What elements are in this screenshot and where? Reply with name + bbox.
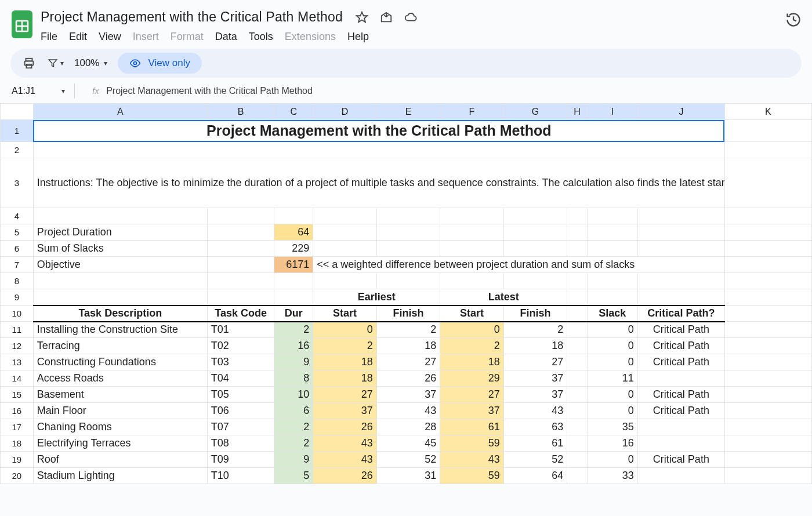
cell[interactable] (724, 224, 811, 241)
cell[interactable] (724, 338, 811, 354)
row-7[interactable]: 7 (1, 257, 34, 273)
col-I[interactable]: I (587, 104, 637, 120)
row-8[interactable]: 8 (1, 273, 34, 289)
cell[interactable] (33, 289, 207, 306)
cell[interactable] (503, 273, 567, 289)
cell[interactable]: 61 (503, 435, 567, 452)
col-J[interactable]: J (637, 104, 724, 120)
cell[interactable]: 43 (376, 403, 440, 419)
cell[interactable]: 35 (587, 419, 637, 435)
cell[interactable]: Access Roads (33, 370, 207, 387)
move-icon[interactable] (380, 11, 393, 24)
cell[interactable]: 31 (376, 468, 440, 484)
cell[interactable] (637, 468, 724, 484)
cell[interactable]: 0 (587, 338, 637, 354)
cell[interactable] (567, 468, 587, 484)
cell[interactable] (637, 241, 724, 257)
cell[interactable] (440, 273, 503, 289)
cell[interactable]: T01 (207, 322, 274, 338)
cell[interactable] (587, 208, 637, 224)
cell[interactable] (724, 208, 811, 224)
row-1[interactable]: 1 (1, 120, 34, 142)
sheets-logo[interactable] (10, 9, 34, 39)
cell[interactable]: 29 (440, 370, 503, 387)
cell[interactable] (503, 208, 567, 224)
cell[interactable]: Constructing Foundations (33, 354, 207, 370)
cell[interactable] (567, 338, 587, 354)
cell[interactable]: T09 (207, 452, 274, 468)
cell[interactable]: 2 (503, 322, 567, 338)
cell[interactable] (207, 289, 274, 306)
cell[interactable]: Terracing (33, 338, 207, 354)
name-box[interactable]: A1:J1 ▾ (10, 83, 68, 99)
cell[interactable] (33, 208, 207, 224)
row-5[interactable]: 5 (1, 224, 34, 241)
cell[interactable]: Critical Path (637, 452, 724, 468)
cell[interactable]: Main Floor (33, 403, 207, 419)
cell[interactable] (724, 257, 811, 273)
row-3[interactable]: 3 (1, 158, 34, 208)
doc-title[interactable]: Project Management with the Critical Pat… (41, 9, 343, 25)
cell[interactable] (567, 452, 587, 468)
cell[interactable]: 43 (313, 435, 376, 452)
cloud-status-icon[interactable] (404, 11, 417, 24)
cell[interactable]: 16 (274, 338, 313, 354)
row-13[interactable]: 13 (1, 354, 34, 370)
cell[interactable]: T08 (207, 435, 274, 452)
cell[interactable]: 0 (587, 452, 637, 468)
cell[interactable]: 18 (440, 354, 503, 370)
cell[interactable]: 9 (274, 354, 313, 370)
hdr-earliest-start[interactable]: Start (313, 306, 376, 322)
cell[interactable]: 37 (313, 403, 376, 419)
cell[interactable]: 0 (587, 403, 637, 419)
hdr-latest-finish[interactable]: Finish (503, 306, 567, 322)
cell[interactable] (637, 273, 724, 289)
cell[interactable]: 52 (503, 452, 567, 468)
cell[interactable]: 2 (274, 419, 313, 435)
cell[interactable] (503, 241, 567, 257)
row-10[interactable]: 10 (1, 306, 34, 322)
col-A[interactable]: A (33, 104, 207, 120)
col-F[interactable]: F (440, 104, 503, 120)
cell[interactable] (567, 354, 587, 370)
col-K[interactable]: K (724, 104, 811, 120)
cell[interactable] (313, 224, 376, 241)
cell[interactable]: 59 (440, 468, 503, 484)
cell[interactable]: 28 (376, 419, 440, 435)
cell[interactable] (637, 208, 724, 224)
cell[interactable]: 6 (274, 403, 313, 419)
cell-group-earliest[interactable]: Earliest (313, 289, 440, 306)
cell-title[interactable]: Project Management with the Critical Pat… (33, 120, 724, 142)
spreadsheet-grid[interactable]: A B C D E F G H I J K 1 Project Manageme… (0, 103, 812, 484)
cell[interactable]: 45 (376, 435, 440, 452)
cell[interactable] (376, 241, 440, 257)
cell[interactable] (567, 306, 587, 322)
cell[interactable]: 0 (587, 322, 637, 338)
cell[interactable]: Critical Path (637, 403, 724, 419)
row-12[interactable]: 12 (1, 338, 34, 354)
cell[interactable]: 52 (376, 452, 440, 468)
cell[interactable]: 43 (313, 452, 376, 468)
zoom-selector[interactable]: 100% ▾ (74, 57, 107, 69)
cell[interactable]: 37 (503, 387, 567, 403)
cell[interactable]: 37 (376, 387, 440, 403)
cell[interactable] (567, 419, 587, 435)
cell[interactable] (33, 273, 207, 289)
cell[interactable] (207, 241, 274, 257)
cell[interactable]: 2 (313, 338, 376, 354)
cell[interactable]: Stadium Lighting (33, 468, 207, 484)
cell[interactable] (637, 224, 724, 241)
view-only-chip[interactable]: View only (118, 53, 201, 74)
cell[interactable] (440, 224, 503, 241)
row-4[interactable]: 4 (1, 208, 34, 224)
cell[interactable] (724, 468, 811, 484)
cell[interactable]: 43 (440, 452, 503, 468)
cell[interactable] (587, 289, 637, 306)
cell[interactable]: 10 (274, 387, 313, 403)
hdr-slack[interactable]: Slack (587, 306, 637, 322)
cell[interactable] (724, 241, 811, 257)
cell[interactable] (567, 273, 587, 289)
row-19[interactable]: 19 (1, 452, 34, 468)
cell[interactable] (313, 208, 376, 224)
cell[interactable]: Installing the Construction Site (33, 322, 207, 338)
